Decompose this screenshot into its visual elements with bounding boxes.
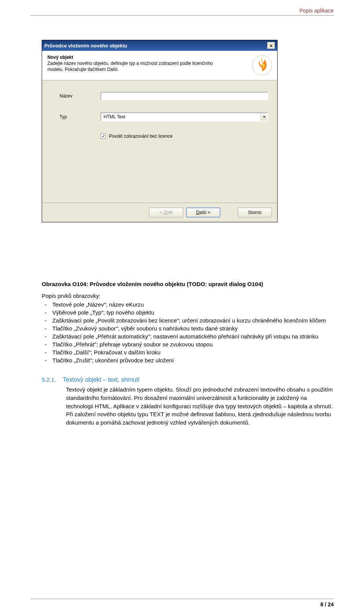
list-item: -Tlačítko „Zvukový soubor"; výběr soubor… (42, 324, 334, 332)
section-title: Textový objekt – text, shrnutí (63, 376, 140, 383)
wizard-header: Nový objekt Zadejte název nového objektu… (42, 51, 277, 80)
wizard-header-title: Nový objekt (47, 55, 272, 60)
page-number: 8 / 24 (320, 601, 334, 607)
wizard-body: Název Typ HTML Text ✓ Povolit zobrazován… (42, 80, 277, 203)
list-item: -Zaškrtávací pole „Přehrát automaticky";… (42, 332, 334, 340)
section-body: Textový objekt je základním typem objekt… (66, 385, 334, 427)
list-item: -Tlačítko „Další"; Pokračovat v dalším k… (42, 348, 334, 356)
section-number: 5.2.1. (42, 376, 56, 383)
checkbox-label: Povolit zobrazování bez licence (109, 134, 173, 139)
list-item: -Tlačítko „Přehrát"; přehraje vybraný so… (42, 340, 334, 348)
type-value: HTML Text (101, 114, 260, 120)
back-button[interactable]: < Zpět (149, 208, 183, 217)
titlebar[interactable]: Průvodce vložením nového objektu × (42, 40, 277, 51)
titlebar-text: Průvodce vložením nového objektu (44, 43, 267, 49)
cancel-button[interactable]: Storno (238, 208, 272, 217)
type-label: Typ (60, 114, 100, 120)
figure-caption: Obrazovka O104: Průvodce vložením nového… (42, 281, 334, 287)
header-rule (30, 15, 334, 16)
wizard-header-desc: Zadejte název nového objektu, definujte … (47, 61, 214, 72)
name-label: Název (60, 93, 100, 99)
list-item: -Tlačítko „Zrušit"; ukončení průvodce be… (42, 356, 334, 364)
footer-rule: 8 / 24 (30, 599, 334, 599)
flame-icon (251, 55, 273, 76)
wizard-dialog: Průvodce vložením nového objektu × Nový … (42, 40, 278, 222)
field-description-list: -Textové pole „Název"; název eKurzu-Výbě… (42, 300, 334, 364)
close-icon[interactable]: × (267, 42, 275, 49)
name-input[interactable] (100, 92, 268, 100)
type-select[interactable]: HTML Text (100, 112, 268, 121)
header-breadcrumb: Popis aplikace (300, 8, 334, 14)
list-item: -Textové pole „Název"; název eKurzu (42, 300, 334, 308)
list-item: -Výběrové pole „Typ"; typ nového objektu (42, 308, 334, 316)
allow-without-license-checkbox[interactable]: ✓ (100, 134, 106, 139)
list-item: -Zaškrtávací pole „Povolit zobrazováni b… (42, 316, 334, 324)
chevron-down-icon[interactable] (260, 113, 267, 121)
button-row: < Zpět Další > Storno (42, 203, 277, 222)
list-intro: Popis prvků obrazovky: (42, 293, 334, 299)
next-button[interactable]: Další > (186, 208, 220, 217)
